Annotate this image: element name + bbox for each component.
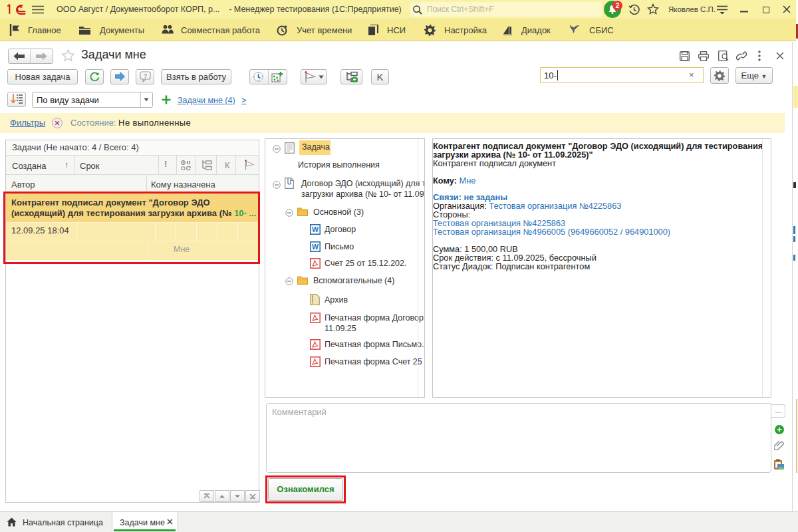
svg-text:?: ? [144,72,147,79]
svg-text:W: W [312,225,319,233]
svg-text:W: W [312,243,319,251]
